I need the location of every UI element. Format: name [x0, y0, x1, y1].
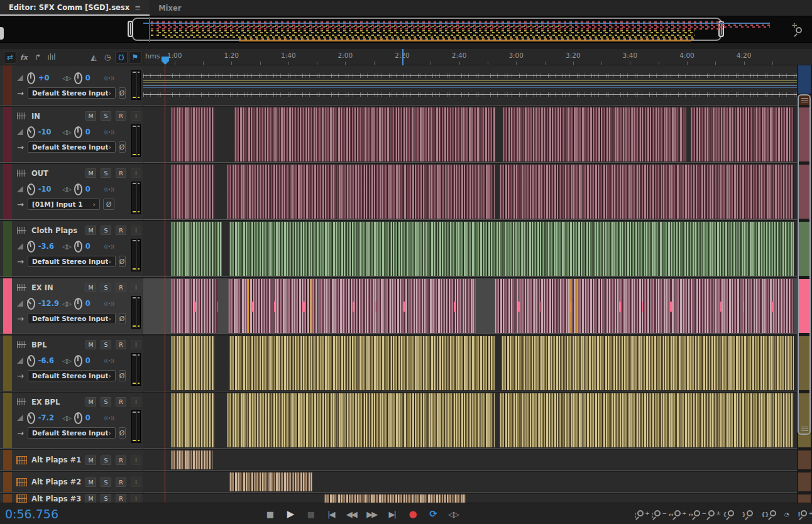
monitor-input-button[interactable]: I: [131, 283, 141, 292]
monitor-input-button[interactable]: I: [131, 494, 141, 503]
loop-playback-button[interactable]: ⟳: [427, 508, 439, 520]
track-lane-exin[interactable]: [143, 278, 797, 334]
pan-knob[interactable]: [74, 298, 82, 310]
monitor-input-button[interactable]: I: [131, 168, 141, 178]
volume-knob[interactable]: [27, 298, 35, 310]
vertical-track-navigator[interactable]: [797, 65, 812, 503]
input-select[interactable]: Default Stereo Input›: [28, 427, 116, 439]
audio-clip[interactable]: [171, 279, 217, 333]
pan-knob[interactable]: [74, 72, 82, 84]
zoom-out-time-button[interactable]: ↔−: [689, 510, 701, 518]
track-lane-cloth[interactable]: [143, 221, 797, 276]
track-name[interactable]: Alt Plaps #2: [31, 478, 81, 486]
pan-knob[interactable]: [74, 183, 82, 195]
zoom-reset-button[interactable]: ±: [708, 510, 715, 518]
audio-clip[interactable]: [227, 165, 495, 219]
output-monitor-icon[interactable]: ((•)): [104, 75, 114, 81]
arm-record-button[interactable]: R: [116, 111, 126, 121]
audio-clip[interactable]: [324, 494, 466, 503]
mute-button[interactable]: M: [85, 478, 96, 487]
mute-button[interactable]: M: [85, 111, 96, 121]
input-select[interactable]: Default Stereo Input›: [28, 313, 116, 324]
rewind-button[interactable]: ◀◀: [346, 510, 357, 519]
monitor-input-button[interactable]: I: [131, 111, 141, 121]
audio-clip[interactable]: [495, 279, 794, 333]
phase-invert-button[interactable]: Ø: [119, 87, 126, 99]
track-name[interactable]: EX IN: [31, 283, 53, 292]
solo-button[interactable]: S: [101, 494, 111, 503]
track-name[interactable]: OUT: [31, 169, 48, 178]
pan-knob[interactable]: [74, 126, 82, 138]
input-select[interactable]: Default Stereo Input›: [28, 370, 116, 381]
zoom-in-button[interactable]: ¦+: [634, 510, 643, 518]
audio-clip[interactable]: [171, 336, 214, 390]
clock-mode-icon[interactable]: ◷: [101, 51, 114, 63]
solo-button[interactable]: S: [101, 283, 111, 292]
track-lane-bpl[interactable]: [143, 336, 797, 391]
audio-clip[interactable]: [500, 165, 794, 219]
audio-clip[interactable]: [171, 107, 214, 161]
go-to-end-button[interactable]: ▶|: [387, 510, 398, 519]
solo-button[interactable]: S: [101, 168, 111, 178]
output-monitor-icon[interactable]: ((•)): [104, 415, 114, 421]
track-name[interactable]: BPL: [31, 341, 47, 349]
track-lane-alt3[interactable]: [143, 494, 797, 503]
fast-forward-button[interactable]: ▶▶: [366, 510, 377, 519]
zoom-to-selection-button[interactable]: {}: [761, 510, 776, 518]
track-header-exin[interactable]: EX INMSRI-12.9◁▷0((•))→Default Stereo In…: [0, 278, 143, 334]
phase-invert-button[interactable]: Ø: [119, 141, 126, 153]
volume-knob[interactable]: [27, 183, 35, 195]
audio-clip[interactable]: [234, 107, 495, 161]
mute-button[interactable]: M: [85, 226, 96, 235]
arm-record-button[interactable]: R: [116, 494, 126, 503]
monitor-input-button[interactable]: I: [131, 397, 141, 407]
arm-record-button[interactable]: R: [116, 340, 126, 349]
track-name[interactable]: Alt Plaps #3: [31, 494, 81, 503]
skip-selection-button[interactable]: ◁▷: [447, 510, 459, 519]
go-to-start-button[interactable]: |◀: [325, 510, 336, 519]
input-select[interactable]: Default Stereo Input›: [28, 256, 116, 267]
zoom-in-time-button[interactable]: ↔+: [669, 510, 681, 518]
arm-record-button[interactable]: R: [116, 168, 126, 178]
input-select[interactable]: Default Stereo Input›: [28, 141, 116, 153]
snap-toggle-icon[interactable]: Ω: [115, 51, 128, 63]
monitor-input-button[interactable]: I: [131, 478, 141, 487]
output-monitor-icon[interactable]: ((•)): [104, 244, 114, 249]
zoom-to-out-point-button[interactable]: }: [742, 510, 753, 518]
track-lane-in[interactable]: [143, 107, 797, 162]
volume-envelope-line[interactable]: [143, 80, 797, 81]
volume-envelope-line[interactable]: [143, 82, 797, 83]
move-tool-icon[interactable]: ⇄: [4, 51, 16, 63]
overview-left-handle[interactable]: [128, 21, 133, 37]
monitor-input-button[interactable]: I: [131, 456, 141, 465]
volume-knob[interactable]: [27, 355, 35, 367]
volume-knob[interactable]: [27, 412, 35, 424]
navigator-zoom-icon[interactable]: [793, 24, 804, 35]
output-monitor-icon[interactable]: ((•)): [104, 358, 114, 364]
track-name[interactable]: Alt Plaps #1: [31, 456, 81, 464]
track-header-mix[interactable]: +0◁▷0((•))→Default Stereo Input›Ø: [0, 65, 143, 105]
audio-clip[interactable]: [171, 450, 212, 469]
output-monitor-icon[interactable]: ((•)): [104, 129, 114, 135]
pan-knob[interactable]: [74, 241, 82, 253]
track-name[interactable]: EX BPL: [31, 398, 60, 407]
fx-rack-toggle-icon[interactable]: fx: [18, 51, 30, 63]
slip-tool-icon[interactable]: ↱: [31, 51, 44, 63]
track-lane-exbpl[interactable]: [143, 393, 797, 448]
audio-clip[interactable]: [229, 336, 495, 390]
phase-invert-button[interactable]: Ø: [119, 313, 126, 324]
audio-clip[interactable]: [171, 165, 214, 219]
track-header-alt1[interactable]: Alt Plaps #1MSRI: [0, 450, 143, 470]
stop-button[interactable]: ■: [264, 510, 275, 519]
volume-knob[interactable]: [27, 72, 35, 84]
monitor-input-button[interactable]: I: [131, 226, 141, 235]
zoom-to-in-point-button[interactable]: {: [723, 510, 733, 518]
output-monitor-icon[interactable]: ((•)): [104, 301, 114, 307]
session-overview-navigator[interactable]: [0, 16, 812, 43]
track-header-exbpl[interactable]: EX BPLMSRI-7.2◁▷0((•))→Default Stereo In…: [0, 393, 143, 448]
track-header-alt2[interactable]: Alt Plaps #2MSRI: [0, 472, 143, 492]
track-name[interactable]: Cloth Plaps: [31, 226, 77, 235]
volume-knob[interactable]: [27, 241, 35, 253]
play-button[interactable]: ▶: [284, 508, 295, 520]
phase-invert-button[interactable]: Ø: [119, 256, 126, 267]
